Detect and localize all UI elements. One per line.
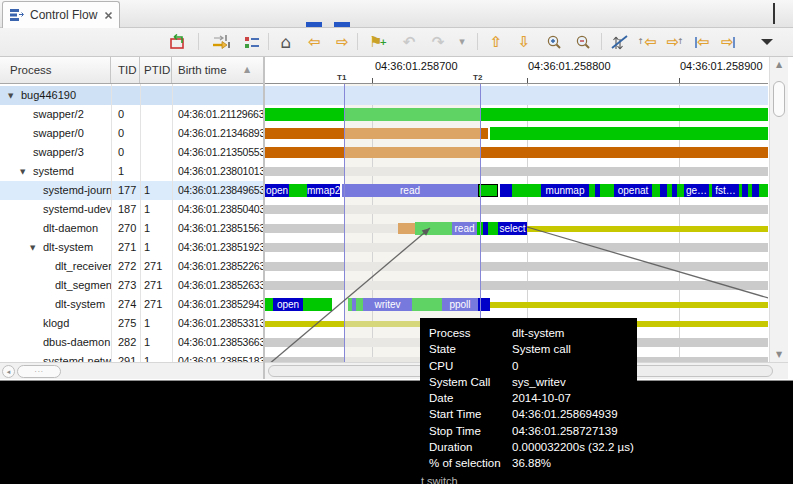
state-segment[interactable] (660, 184, 667, 197)
state-segment-read[interactable]: read (452, 222, 477, 235)
state-segment[interactable] (265, 281, 344, 290)
state-segment[interactable] (356, 298, 363, 311)
next-marker-icon[interactable]: ↷ (426, 31, 450, 53)
state-segment[interactable] (480, 108, 768, 121)
next-event-icon[interactable]: ⇨↑ (663, 31, 687, 53)
state-segment[interactable] (344, 262, 480, 271)
state-segment[interactable] (677, 184, 684, 197)
state-segment[interactable] (415, 222, 452, 235)
timeline-row[interactable] (265, 238, 768, 257)
state-segment[interactable] (752, 184, 759, 197)
state-segment-fst[interactable]: fst… (712, 184, 739, 197)
state-segment[interactable] (412, 298, 442, 311)
state-segment-ppoll[interactable]: ppoll (442, 298, 478, 311)
state-segment[interactable] (344, 128, 480, 139)
state-segment[interactable] (488, 222, 498, 235)
next-window-icon[interactable]: ⇨ (330, 31, 354, 53)
process-tree-row[interactable]: klogd275104:36:01.238533139 (0, 314, 263, 333)
scroll-down-icon[interactable]: ▼ (770, 350, 788, 359)
time-cursor-t1[interactable] (344, 84, 345, 362)
column-header-process[interactable]: Process (0, 57, 111, 83)
timeline-row[interactable] (265, 143, 768, 162)
process-tree-row[interactable]: dlt_receiver27227104:36:01.238522639 (0, 257, 263, 276)
move-up-icon[interactable]: ⇧ (484, 31, 508, 53)
zoom-out-icon[interactable] (571, 31, 595, 53)
hide-arrows-icon[interactable] (608, 31, 632, 53)
process-tree-row[interactable]: systemd-network291104:36:01.238551839 (0, 352, 263, 362)
state-segment-openat[interactable]: openat (614, 184, 652, 197)
state-segment[interactable] (344, 167, 480, 176)
vertical-scrollbar[interactable]: ▲ ▼ (769, 57, 788, 362)
state-segment[interactable] (480, 243, 768, 252)
state-segment[interactable] (344, 147, 480, 158)
timeline-row[interactable] (265, 276, 768, 295)
align-views-icon[interactable] (210, 31, 234, 53)
process-tree-row[interactable]: systemd-udevd187104:36:01.238504039 (0, 200, 263, 219)
state-segment[interactable] (265, 205, 344, 214)
state-segment-open[interactable]: open (265, 184, 289, 197)
tree-hscrollbar-thumb[interactable]: ∙∙∙ (17, 365, 61, 378)
marker-menu-icon[interactable]: ▾ (450, 31, 474, 53)
move-down-icon[interactable]: ⇩ (512, 31, 536, 53)
state-segment[interactable] (480, 205, 768, 214)
timeline-row[interactable] (265, 105, 768, 124)
expand-triangle-icon[interactable]: ▼ (8, 87, 21, 105)
process-tree-row[interactable]: ▼bug446190 (0, 86, 263, 105)
optimize-icon[interactable] (166, 31, 190, 53)
column-header-ptid[interactable]: PTID (140, 57, 172, 83)
tab-control-flow[interactable]: Control Flow (2, 1, 120, 28)
previous-marker-icon[interactable]: ↶ (397, 31, 421, 53)
state-segment[interactable] (480, 262, 768, 271)
show-legend-icon[interactable] (240, 31, 264, 53)
reset-zoom-home-icon[interactable]: ⌂ (274, 31, 298, 53)
timeline-row[interactable] (265, 200, 768, 219)
process-tree-row[interactable]: swapper/2004:36:01.211296639 (0, 105, 263, 124)
state-segment-open[interactable]: open (273, 298, 303, 311)
timeline-row[interactable]: readselect (265, 219, 768, 238)
state-segment[interactable] (490, 302, 768, 308)
tab-close-icon[interactable] (104, 11, 113, 20)
maximize-view-icon[interactable] (773, 6, 775, 20)
state-segment[interactable] (344, 281, 480, 290)
state-segment[interactable] (759, 184, 768, 197)
state-segment-select[interactable]: select (498, 222, 527, 235)
state-segment[interactable] (480, 147, 768, 158)
state-segment[interactable] (265, 224, 344, 233)
state-segment-ge[interactable]: ge… (684, 184, 709, 197)
previous-window-icon[interactable]: ⇦ (302, 31, 326, 53)
state-segment[interactable] (398, 223, 415, 234)
timeline-row[interactable]: openmmap2readmunmapopenatge…fst… (265, 181, 768, 200)
vertical-scrollbar-thumb[interactable] (773, 81, 785, 117)
state-segment[interactable] (265, 128, 344, 139)
view-menu-icon[interactable] (755, 31, 779, 53)
scroll-left-icon[interactable]: ◂ (2, 365, 15, 378)
state-segment[interactable] (652, 184, 660, 197)
process-tree-row[interactable]: dlt-daemon270104:36:01.238515639 (0, 219, 263, 238)
go-to-end-icon[interactable]: ⇨ (716, 31, 740, 53)
process-tree-row[interactable]: dlt_segmented27327104:36:01.238526339 (0, 276, 263, 295)
go-to-start-icon[interactable]: ⇦ (690, 31, 714, 53)
scroll-up-icon[interactable]: ▲ (770, 60, 788, 69)
timeline-row[interactable] (265, 124, 768, 143)
tree-horizontal-scrollbar[interactable]: ◂ ∙∙∙ (0, 362, 263, 379)
state-segment[interactable] (478, 184, 498, 197)
state-segment[interactable] (265, 167, 344, 176)
state-segment-read[interactable]: read (342, 184, 478, 197)
process-tree-row[interactable]: swapper/0004:36:01.213468939 (0, 124, 263, 143)
state-segment[interactable] (512, 184, 541, 197)
state-segment[interactable] (265, 243, 344, 252)
state-segment[interactable] (265, 147, 344, 158)
process-tree-row[interactable]: dlt-system27427104:36:01.238529439 (0, 295, 263, 314)
state-segment[interactable] (265, 338, 344, 347)
expand-triangle-icon[interactable]: ▼ (20, 163, 33, 181)
state-segment[interactable] (490, 127, 768, 140)
add-bookmark-icon[interactable]: ⚑+ (366, 31, 390, 53)
state-segment[interactable] (265, 321, 344, 327)
timeline-row[interactable] (265, 257, 768, 276)
state-segment[interactable] (527, 226, 768, 232)
state-segment[interactable] (344, 205, 480, 214)
state-segment[interactable] (265, 262, 344, 271)
state-segment[interactable] (265, 357, 344, 362)
state-segment-munmap[interactable]: munmap (541, 184, 589, 197)
process-tree-row[interactable]: swapper/3004:36:01.213505539 (0, 143, 263, 162)
